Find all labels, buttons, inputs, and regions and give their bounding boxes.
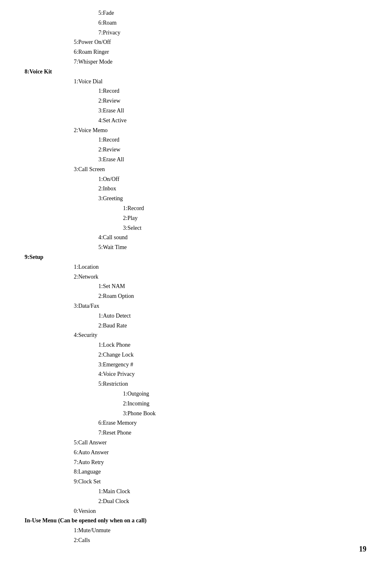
menu-item: 2:Review: [98, 145, 366, 155]
menu-item: 4:Call sound: [98, 233, 366, 243]
menu-item: 6:Auto Answer: [74, 448, 366, 458]
menu-item: 5:Restriction: [98, 379, 366, 389]
menu-item: 3:Select: [123, 223, 366, 233]
menu-item: 1:Record: [98, 135, 366, 145]
menu-item: 1:Record: [123, 204, 366, 213]
menu-item: 2:Baud Rate: [98, 321, 366, 331]
menu-item: 8:Voice Kit: [25, 67, 366, 77]
menu-item: 2:Voice Memo: [74, 126, 366, 135]
menu-item: 7:Auto Retry: [74, 458, 366, 467]
page-container: 5:Fade6:Roam7:Privacy5:Power On/Off6:Roa…: [0, 0, 391, 562]
menu-item: 3:Data/Fax: [74, 301, 366, 311]
menu-item: 7:Privacy: [98, 28, 366, 38]
menu-item: 1:Mute/Unmute: [74, 526, 366, 535]
menu-item: 7:Reset Phone: [98, 428, 366, 438]
menu-item: 3:Erase All: [98, 155, 366, 165]
menu-item: 3:Greeting: [98, 194, 366, 204]
menu-item: 1:Auto Detect: [98, 311, 366, 321]
menu-item: In-Use Menu (Can be opened only when on …: [25, 516, 366, 526]
menu-item: 6:Roam: [98, 18, 366, 28]
menu-item: 1:Voice Dial: [74, 77, 366, 87]
menu-item: 4:Security: [74, 330, 366, 340]
menu-item: 2:Dual Clock: [98, 496, 366, 506]
menu-item: 3:Call Screen: [74, 165, 366, 174]
menu-item: 2:Incoming: [123, 399, 366, 409]
menu-item: 1:On/Off: [98, 174, 366, 184]
menu-item: 9:Clock Set: [74, 477, 366, 487]
menu-item: 5:Wait Time: [98, 243, 366, 252]
menu-item: 9:Setup: [25, 252, 366, 262]
menu-item: 2:Inbox: [98, 184, 366, 194]
menu-item: 1:Set NAM: [98, 281, 366, 291]
page-number: 19: [359, 545, 366, 554]
menu-item: 2:Network: [74, 272, 366, 282]
menu-item: 3:Phone Book: [123, 409, 366, 419]
menu-item: 1:Outgoing: [123, 389, 366, 399]
menu-item: 5:Call Answer: [74, 438, 366, 448]
menu-tree: 5:Fade6:Roam7:Privacy5:Power On/Off6:Roa…: [25, 8, 366, 545]
menu-item: 6:Erase Memory: [98, 418, 366, 428]
menu-item: 0:Version: [74, 506, 366, 516]
menu-item: 2:Play: [123, 213, 366, 223]
menu-item: 1:Lock Phone: [98, 340, 366, 350]
menu-item: 1:Record: [98, 86, 366, 96]
menu-item: 1:Main Clock: [98, 487, 366, 496]
menu-item: 8:Language: [74, 467, 366, 477]
menu-item: 4:Voice Privacy: [98, 369, 366, 379]
menu-item: 2:Review: [98, 96, 366, 106]
menu-item: 3:Erase All: [98, 106, 366, 116]
menu-item: 4:Set Active: [98, 116, 366, 126]
menu-item: 2:Roam Option: [98, 291, 366, 301]
menu-item: 1:Location: [74, 262, 366, 272]
menu-item: 7:Whisper Mode: [74, 57, 366, 67]
menu-item: 5:Fade: [98, 8, 366, 18]
menu-item: 3:Emergency #: [98, 360, 366, 370]
menu-item: 2:Calls: [74, 535, 366, 545]
menu-item: 6:Roam Ringer: [74, 47, 366, 57]
menu-item: 5:Power On/Off: [74, 37, 366, 47]
menu-item: 2:Change Lock: [98, 350, 366, 360]
